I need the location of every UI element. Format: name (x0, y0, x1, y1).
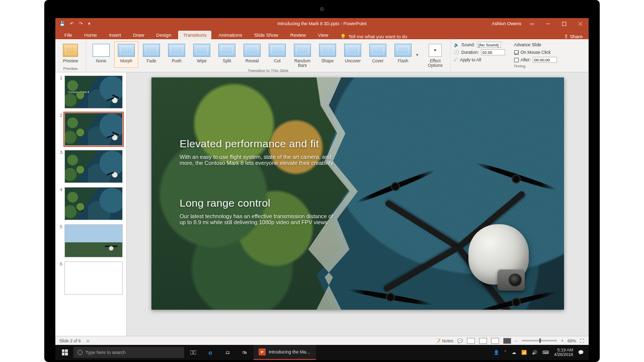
slide-body-2a[interactable]: Our latest technology has an effective t… (180, 213, 333, 219)
transition-cut[interactable]: Cut (265, 41, 289, 68)
qat-save-icon[interactable]: 💾 (59, 21, 65, 26)
qat-undo-icon[interactable]: ↶ (70, 21, 74, 26)
slideshow-view-button[interactable] (503, 338, 511, 344)
tab-animations[interactable]: Animations (213, 31, 247, 39)
tray-people-icon[interactable]: 👤 (494, 350, 499, 355)
slide-thumbnail-6[interactable] (64, 261, 123, 295)
ribbon-display-options-icon[interactable]: ▭ (526, 20, 537, 28)
transition-fade[interactable]: Fade (139, 41, 164, 68)
effect-options-button[interactable]: ✦ Effect Options (423, 41, 447, 68)
advance-slide-label: Advance Slide (514, 41, 557, 48)
tab-home[interactable]: Home (79, 31, 102, 39)
zoom-slider[interactable] (522, 340, 557, 341)
tab-slideshow[interactable]: Slide Show (249, 31, 283, 39)
taskbar-clock[interactable]: 5:19 AM 4/26/2018 (554, 348, 573, 357)
window-minimize-icon[interactable] (542, 20, 553, 28)
taskbar-store-icon[interactable]: 🛍 (236, 345, 253, 360)
zoom-in-button[interactable]: + (561, 338, 564, 343)
slide-drone-graphic[interactable] (333, 149, 564, 310)
slide-sorter-view-button[interactable] (479, 338, 487, 344)
share-button[interactable]: ⇪ Share (564, 34, 589, 39)
after-checkbox[interactable] (514, 58, 519, 62)
transition-none[interactable]: None (89, 41, 113, 68)
window-close-icon[interactable] (575, 20, 586, 28)
slide-body-2b[interactable]: up to 8.9 mi while still delivering 1080… (180, 219, 333, 225)
reading-view-button[interactable] (491, 338, 499, 344)
apply-all-icon: ☄ (454, 57, 458, 62)
slide-thumbnail-panel[interactable]: 1 Contoso Mark 8 2 3 4 (55, 72, 127, 336)
on-mouse-click-checkbox[interactable] (514, 50, 519, 55)
slide-thumbnail-2[interactable] (64, 113, 123, 146)
transition-cover[interactable]: Cover (366, 41, 390, 68)
task-view-button[interactable] (185, 345, 201, 360)
tray-show-hidden-icon[interactable]: ˄ (504, 350, 507, 355)
slide-body-1b[interactable]: more, the Contoso Mark 8 lets everyone e… (180, 160, 333, 166)
tray-onedrive-icon[interactable]: ☁ (512, 350, 516, 355)
normal-view-button[interactable] (467, 338, 475, 344)
tell-me-search[interactable]: 💡 Tell me what you want to do (340, 34, 407, 39)
taskbar-search[interactable]: Type here to search (73, 347, 184, 358)
tray-network-icon[interactable]: 📶 (521, 350, 527, 355)
slide-canvas[interactable]: Elevated performance and fit With an eas… (151, 77, 564, 310)
svg-point-12 (70, 208, 76, 214)
sound-dropdown[interactable] (477, 42, 501, 48)
notes-button[interactable]: 📝 Notes (435, 338, 453, 343)
slide-thumbnail-5[interactable] (64, 224, 123, 257)
zoom-level[interactable]: 69% (568, 338, 576, 343)
taskbar-file-explorer-icon[interactable]: 🗂 (219, 345, 235, 360)
accessibility-icon[interactable]: ☺ (86, 338, 91, 343)
transition-shape[interactable]: Shape (315, 41, 340, 68)
tab-view[interactable]: View (313, 31, 333, 39)
svg-rect-17 (65, 349, 68, 352)
transition-flash[interactable]: Flash (391, 41, 415, 68)
slide-thumbnail-3[interactable] (64, 150, 123, 183)
taskbar-edge-icon[interactable]: e (202, 345, 218, 360)
tab-file[interactable]: File (59, 31, 77, 39)
apply-to-all-button[interactable]: ☄Apply to All (454, 56, 505, 63)
slide-thumbnail-4[interactable] (64, 187, 123, 220)
tray-keyboard-icon[interactable]: ⌨ (542, 350, 549, 355)
group-label-preview: Preview (58, 66, 83, 71)
clock-icon: 🕘 (454, 50, 459, 55)
transition-split[interactable]: Split (215, 41, 239, 68)
slide-heading-1[interactable]: Elevated performance and fit (180, 138, 333, 150)
qat-redo-icon[interactable]: ↷ (79, 21, 83, 26)
tab-review[interactable]: Review (285, 31, 311, 39)
svg-rect-20 (190, 351, 193, 354)
transition-wipe[interactable]: Wipe (190, 41, 214, 68)
signed-in-user[interactable]: Ashton Owens (492, 21, 521, 26)
transition-gallery-more[interactable]: ▾ (416, 41, 422, 68)
slide-body-1a[interactable]: With an easy to use flight system, state… (180, 154, 333, 160)
tab-draw[interactable]: Draw (128, 31, 149, 39)
transition-uncover[interactable]: Uncover (341, 41, 365, 68)
transition-push[interactable]: Push (165, 41, 189, 68)
document-title: Introducing the Mark 8 3D.pptx - PowerPo… (277, 21, 366, 26)
svg-rect-19 (65, 352, 68, 355)
fit-to-window-button[interactable]: ⛶ (580, 338, 585, 343)
tab-transitions[interactable]: Transitions (178, 31, 211, 39)
action-center-icon[interactable]: 💬 (578, 350, 584, 355)
transition-random-bars[interactable]: Random Bars (290, 41, 314, 68)
group-label-timing: Timing (454, 63, 585, 68)
window-maximize-icon[interactable] (558, 20, 570, 28)
comments-button[interactable]: 💬 (457, 338, 463, 343)
preview-icon (63, 44, 78, 57)
zoom-out-button[interactable]: − (515, 338, 518, 343)
lightbulb-icon: 💡 (340, 34, 346, 39)
tab-insert[interactable]: Insert (104, 31, 126, 39)
slide-heading-2[interactable]: Long range control (180, 197, 333, 209)
preview-button[interactable]: Preview (58, 41, 83, 66)
workspace: 1 Contoso Mark 8 2 3 4 (55, 72, 589, 336)
tray-volume-icon[interactable]: 🔊 (532, 350, 537, 355)
duration-field[interactable] (481, 49, 505, 55)
svg-rect-18 (62, 352, 64, 355)
start-button[interactable] (57, 345, 72, 360)
slide-thumbnail-1[interactable]: Contoso Mark 8 (64, 75, 123, 109)
transition-reveal[interactable]: Reveal (240, 41, 264, 68)
after-time-field[interactable] (533, 57, 557, 63)
qat-more-icon[interactable]: ▾ (88, 21, 91, 26)
slide-editor-area[interactable]: Elevated performance and fit With an eas… (127, 72, 589, 336)
taskbar-running-powerpoint[interactable]: P Introducing the Ma… (254, 345, 316, 360)
tab-design[interactable]: Design (151, 31, 177, 39)
transition-morph[interactable]: Morph (114, 41, 138, 68)
